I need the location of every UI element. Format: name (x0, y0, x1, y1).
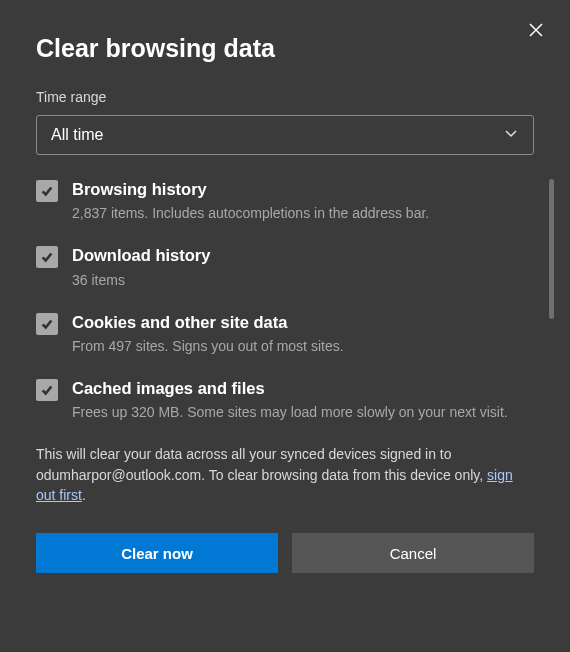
list-item-title: Cached images and files (72, 378, 534, 399)
dialog-buttons: Clear now Cancel (36, 533, 534, 573)
cancel-button[interactable]: Cancel (292, 533, 534, 573)
list-item-desc: 2,837 items. Includes autocompletions in… (72, 204, 534, 223)
close-button[interactable] (520, 14, 552, 46)
checkbox-download-history[interactable] (36, 246, 58, 268)
clear-now-button[interactable]: Clear now (36, 533, 278, 573)
checkbox-browsing-history[interactable] (36, 180, 58, 202)
list-item-desc: From 497 sites. Signs you out of most si… (72, 337, 534, 356)
list-item-desc: Frees up 320 MB. Some sites may load mor… (72, 403, 534, 422)
chevron-down-icon (503, 125, 519, 145)
scrollbar[interactable] (549, 179, 554, 319)
list-item: Download history 36 items (36, 245, 534, 289)
footnote-text-post: . (82, 487, 86, 503)
list-item: Cached images and files Frees up 320 MB.… (36, 378, 534, 422)
sync-footnote: This will clear your data across all you… (36, 444, 534, 505)
data-type-list: Browsing history 2,837 items. Includes a… (36, 179, 534, 422)
close-icon (528, 22, 544, 38)
list-item-body: Download history 36 items (72, 245, 534, 289)
checkmark-icon (40, 250, 54, 264)
time-range-value: All time (51, 126, 103, 144)
list-item-body: Cached images and files Frees up 320 MB.… (72, 378, 534, 422)
footnote-text-pre: This will clear your data across all you… (36, 446, 487, 482)
dialog-title: Clear browsing data (36, 34, 534, 63)
list-item-body: Browsing history 2,837 items. Includes a… (72, 179, 534, 223)
clear-browsing-data-dialog: Clear browsing data Time range All time … (0, 0, 570, 652)
list-item: Browsing history 2,837 items. Includes a… (36, 179, 534, 223)
time-range-label: Time range (36, 89, 534, 105)
list-item-title: Cookies and other site data (72, 312, 534, 333)
list-item-desc: 36 items (72, 271, 534, 290)
checkbox-cookies[interactable] (36, 313, 58, 335)
checkmark-icon (40, 184, 54, 198)
time-range-select[interactable]: All time (36, 115, 534, 155)
checkmark-icon (40, 317, 54, 331)
list-item: Cookies and other site data From 497 sit… (36, 312, 534, 356)
list-item-title: Browsing history (72, 179, 534, 200)
checkbox-cache[interactable] (36, 379, 58, 401)
list-item-body: Cookies and other site data From 497 sit… (72, 312, 534, 356)
list-item-title: Download history (72, 245, 534, 266)
checkmark-icon (40, 383, 54, 397)
